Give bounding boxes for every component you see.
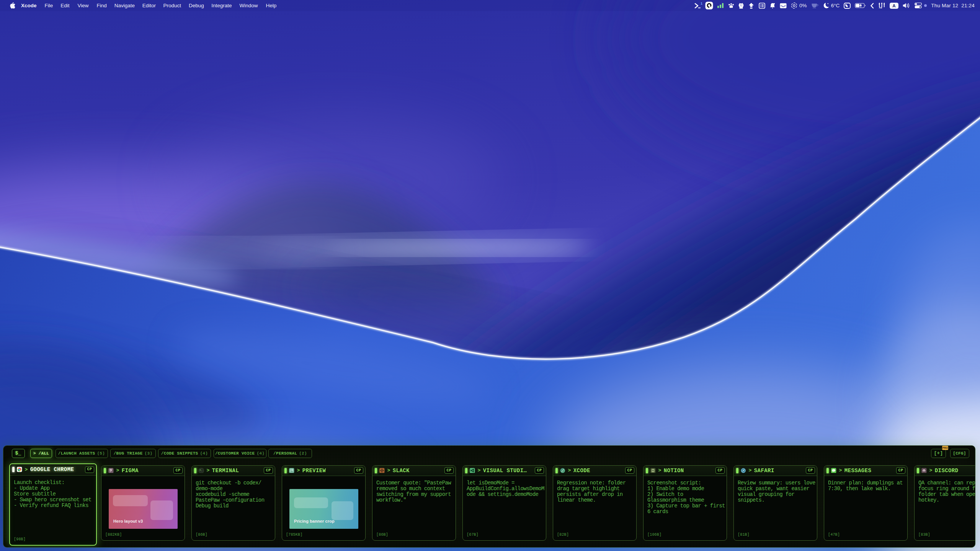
svg-text:>_: >_ (200, 469, 203, 471)
svg-text:A: A (893, 3, 896, 8)
svg-text:A B: A B (879, 7, 882, 9)
